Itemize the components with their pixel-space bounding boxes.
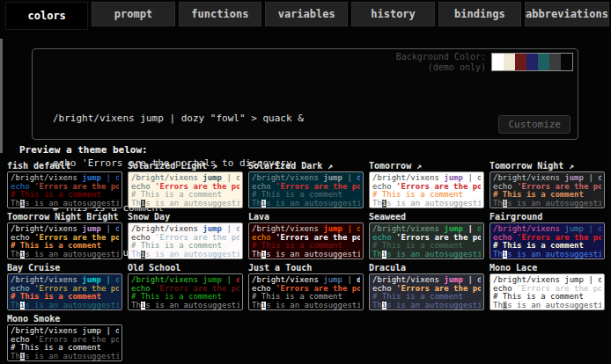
theme-name: Tomorrow Night Bright ↗ [7, 211, 122, 222]
theme-sample-line-2: echo 'Errors are the portals [493, 234, 601, 243]
theme-sample-line-4: This is an autosuggestion [11, 302, 119, 310]
theme-name: Old School [128, 262, 243, 273]
theme-sample-line-4: This is an autosuggestion [493, 251, 601, 259]
theme-preview[interactable]: /bright/vixens jump | dozy " echo 'Error… [128, 171, 243, 208]
theme-sample-line-1: /bright/vixens jump | dozy " [11, 327, 119, 336]
theme-sample-line-3: # This is a comment [131, 191, 239, 200]
theme-sample-line-3: # This is a comment [252, 191, 360, 200]
background-color-control: Background Color: (demo only) [396, 52, 573, 73]
theme-sample-line-4: This is an autosuggestion [372, 251, 481, 259]
theme-name: Dracula [369, 262, 484, 273]
theme-sample-line-2: echo 'Errors are the portals [11, 285, 119, 294]
tab-prompt[interactable]: prompt [92, 2, 174, 26]
theme-sample-line-4: This is an autosuggestion [11, 353, 119, 361]
theme-preview[interactable]: /bright/vixens jump | dozy " echo 'Error… [128, 222, 243, 259]
demo-only-label: (demo only) [396, 62, 486, 73]
theme-sample-line-2: echo 'Errors are the portals [11, 336, 119, 345]
theme-sample-line-4: This is an autosuggestion [252, 200, 360, 208]
theme-sample-line-2: echo 'Errors are the portals [493, 285, 601, 294]
theme-preview[interactable]: /bright/vixens jump | dozy " echo 'Error… [369, 222, 484, 259]
background-swatch-cream[interactable] [504, 54, 515, 70]
theme-sample-line-1: /bright/vixens jump | dozy " [252, 276, 360, 285]
theme-sample-line-3: # This is a comment [131, 242, 239, 251]
theme-name: Lava [248, 211, 364, 222]
theme-sample-line-2: echo 'Errors are the portals [252, 234, 360, 243]
theme-sample-line-4: This is an autosuggestion [372, 302, 481, 310]
theme-preview[interactable]: /bright/vixens jump | dozy " echo 'Error… [7, 273, 122, 310]
tab-colors[interactable]: colors [5, 2, 88, 30]
theme-sample-line-1: /bright/vixens jump | dozy " [372, 174, 481, 183]
theme-sample-line-3: # This is a comment [252, 293, 360, 302]
background-swatch-dark-red[interactable] [515, 54, 526, 70]
theme-preview[interactable]: /bright/vixens jump | dozy " echo 'Error… [369, 171, 484, 208]
theme-sample-line-4: This is an autosuggestion [493, 302, 601, 310]
theme-name: Solarized Dark ↗ [248, 160, 364, 171]
theme-sample-line-1: /bright/vixens jump | dozy " [131, 225, 239, 234]
theme-sample-line-2: echo 'Errors are the portals [252, 183, 360, 192]
theme-preview[interactable]: /bright/vixens jump | dozy " echo 'Error… [248, 171, 364, 208]
theme-preview[interactable]: /bright/vixens jump | dozy " echo 'Error… [490, 171, 605, 208]
theme-sample-line-3: # This is a comment [372, 242, 481, 251]
theme-sample-line-4: This is an autosuggestion [11, 200, 119, 208]
background-swatch-white[interactable] [492, 54, 504, 70]
theme-preview[interactable]: /bright/vixens jump | dozy " echo 'Error… [248, 222, 364, 259]
theme-sample-line-3: # This is a comment [493, 293, 601, 302]
tab-abbreviations[interactable]: abbreviations [525, 2, 609, 26]
theme-sample-line-4: This is an autosuggestion [131, 200, 239, 208]
window-edge [0, 39, 3, 153]
tab-bindings[interactable]: bindings [438, 2, 521, 26]
theme-sample-line-3: # This is a comment [372, 191, 481, 200]
theme-preview[interactable]: /bright/vixens jump | dozy " echo 'Error… [248, 273, 364, 310]
theme-preview[interactable]: /bright/vixens jump | dozy " echo 'Error… [490, 273, 605, 310]
theme-name: Mono Lace [490, 262, 605, 273]
theme-sample-line-3: # This is a comment [11, 344, 119, 353]
theme-tile-mono-lace: Mono Lace /bright/vixens jump | dozy " e… [490, 262, 605, 310]
tab-variables[interactable]: variables [265, 2, 348, 26]
theme-tile-solarized-light: Solarized Light ↗ /bright/vixens jump | … [128, 160, 243, 208]
theme-sample-line-2: echo 'Errors are the portals [372, 234, 481, 243]
theme-preview[interactable]: /bright/vixens jump | dozy " echo 'Error… [7, 171, 122, 208]
theme-preview[interactable]: /bright/vixens jump | dozy " echo 'Error… [490, 222, 605, 259]
theme-name: fish default [7, 160, 122, 171]
theme-sample-line-3: # This is a comment [493, 242, 601, 251]
theme-name: Tomorrow ↗ [369, 160, 484, 171]
theme-tile-old-school: Old School /bright/vixens jump | dozy " … [128, 262, 243, 310]
background-swatch-black[interactable] [561, 54, 572, 70]
theme-sample-line-2: echo 'Errors are the portals [131, 234, 239, 243]
theme-tile-snow-day: Snow Day /bright/vixens jump | dozy " ec… [128, 211, 243, 259]
theme-sample-line-1: /bright/vixens jump | dozy " [11, 225, 119, 234]
theme-grid: fish default /bright/vixens jump | dozy … [7, 160, 610, 361]
theme-tile-bay-cruise: Bay Cruise /bright/vixens jump | dozy " … [7, 262, 122, 310]
theme-sample-line-4: This is an autosuggestion [372, 200, 481, 208]
theme-sample-line-4: This is an autosuggestion [252, 302, 360, 310]
theme-sample-line-2: echo 'Errors are the portals [11, 183, 119, 192]
theme-name: Tomorrow Night ↗ [490, 160, 605, 171]
tab-history[interactable]: history [351, 2, 434, 26]
theme-sample-line-2: echo 'Errors are the portals [131, 183, 239, 192]
theme-sample-line-2: echo 'Errors are the portals [11, 234, 119, 243]
theme-tile-just-a-touch: Just a Touch /bright/vixens jump | dozy … [248, 262, 364, 310]
theme-name: Bay Cruise [7, 262, 122, 273]
tab-functions[interactable]: functions [179, 2, 261, 26]
theme-preview[interactable]: /bright/vixens jump | dozy " echo 'Error… [7, 222, 122, 259]
background-swatch-navy[interactable] [526, 54, 538, 70]
theme-tile-tomorrow-night-bright: Tomorrow Night Bright ↗ /bright/vixens j… [7, 211, 122, 259]
theme-preview[interactable]: /bright/vixens jump | dozy " echo 'Error… [128, 273, 243, 310]
background-swatch-charcoal[interactable] [549, 54, 561, 70]
background-swatch-teal[interactable] [538, 54, 549, 70]
theme-sample-line-2: echo 'Errors are the portals [131, 285, 239, 294]
theme-name: Solarized Light ↗ [128, 160, 243, 171]
theme-sample-line-4: This is an autosuggestion [11, 251, 119, 259]
theme-sample-line-3: # This is a comment [131, 293, 239, 302]
customize-button[interactable]: Customize [498, 115, 571, 134]
theme-sample-line-3: # This is a comment [11, 191, 119, 200]
theme-tile-fairground: Fairground /bright/vixens jump | dozy " … [490, 211, 605, 259]
theme-preview[interactable]: /bright/vixens jump | dozy " echo 'Error… [7, 324, 122, 361]
theme-sample-line-4: This is an autosuggestion [131, 251, 239, 259]
theme-sample-line-2: echo 'Errors are the portals [372, 285, 481, 294]
theme-preview[interactable]: /bright/vixens jump | dozy " echo 'Error… [369, 273, 484, 310]
theme-tile-dracula: Dracula /bright/vixens jump | dozy " ech… [369, 262, 484, 310]
theme-tile-tomorrow: Tomorrow ↗ /bright/vixens jump | dozy " … [369, 160, 484, 208]
background-swatch-strip [491, 53, 573, 71]
theme-tile-fish-default: fish default /bright/vixens jump | dozy … [7, 160, 122, 208]
